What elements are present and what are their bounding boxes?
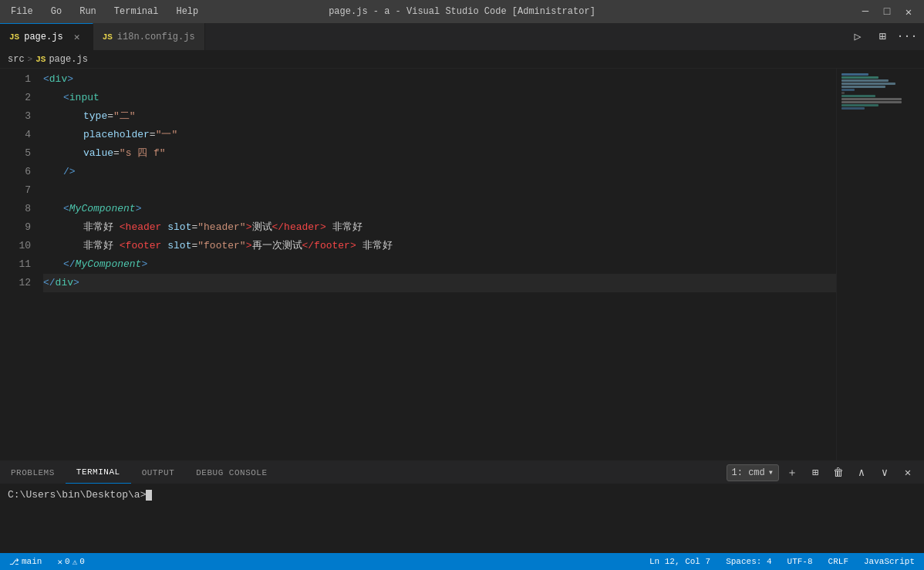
run-button[interactable]: ▷ — [847, 26, 868, 48]
line-num-3: 3 — [0, 107, 31, 126]
eq-slot-2: = — [191, 237, 197, 255]
tab-close-page-js[interactable]: ✕ — [71, 31, 83, 43]
slot-val-1: "header" — [197, 218, 245, 237]
slot-attr-2: slot — [167, 237, 191, 255]
tag-name-input: input — [69, 89, 99, 107]
code-line-5: value="s 四 f" — [43, 144, 836, 163]
menu-file[interactable]: File — [8, 5, 36, 19]
breadcrumb-separator-1: > — [28, 55, 33, 64]
title-bar: File Go Run Terminal Help page.js - a - … — [0, 0, 924, 23]
terminal-instance-select[interactable]: 1: cmd ▾ — [727, 464, 779, 481]
line-num-4: 4 — [0, 126, 31, 144]
attr-placeholder: placeholder — [83, 126, 150, 144]
tag-name-div-1: div — [49, 70, 67, 89]
status-eol[interactable]: CRLF — [825, 557, 851, 566]
more-actions-button[interactable]: ··· — [896, 26, 918, 48]
slot-attr-1: slot — [167, 218, 191, 237]
eq-slot-1: = — [191, 218, 197, 237]
tag-open-div: < — [43, 70, 49, 89]
line-num-9: 9 — [0, 218, 31, 237]
terminal-prompt: C:\Users\bin\Desktop\a> — [8, 489, 146, 501]
menu-help[interactable]: Help — [173, 5, 201, 19]
eq-1: = — [107, 107, 113, 126]
code-line-2: <input — [43, 89, 836, 107]
tab-debug-console[interactable]: DEBUG CONSOLE — [185, 461, 278, 484]
terminal-cursor — [146, 490, 152, 501]
js-icon-2: JS — [103, 32, 113, 42]
code-line-8: <MyComponent> — [43, 200, 836, 218]
breadcrumb-file-icon: JS — [35, 55, 46, 64]
tabs-bar: JS page.js ✕ JS i18n.config.js ▷ ⊞ ··· — [0, 23, 924, 50]
maximize-button[interactable]: □ — [879, 4, 895, 19]
code-line-4: placeholder="一" — [43, 126, 836, 144]
header-tag-close: > — [246, 218, 252, 237]
dropdown-arrow-icon: ▾ — [768, 467, 774, 478]
header-tag-open: <header — [120, 218, 167, 237]
status-left: ⎇ main ✕ 0 ⚠ 0 — [6, 557, 88, 567]
tab-terminal[interactable]: TERMINAL — [66, 461, 131, 484]
warning-count: 0 — [79, 557, 85, 566]
tab-page-js[interactable]: JS page.js ✕ — [0, 23, 93, 50]
status-errors[interactable]: ✕ 0 ⚠ 0 — [54, 557, 87, 567]
status-spaces[interactable]: Spaces: 4 — [723, 557, 774, 566]
status-line-col[interactable]: Ln 12, Col 7 — [646, 557, 713, 566]
mycomponent-tag: MyComponent — [69, 200, 136, 218]
status-language[interactable]: JavaScript — [861, 557, 918, 566]
menu-go[interactable]: Go — [48, 5, 65, 19]
status-encoding[interactable]: UTF-8 — [784, 557, 816, 566]
text-10-2: 再一次测试 — [252, 237, 302, 255]
status-branch[interactable]: ⎇ main — [6, 557, 45, 567]
tab-output[interactable]: OUTPUT — [131, 461, 186, 484]
code-line-6: /> — [43, 163, 836, 181]
tag-open-mycomp: < — [63, 200, 69, 218]
panel-scroll-up[interactable]: ∧ — [851, 463, 872, 483]
close-panel-button[interactable]: ✕ — [898, 463, 918, 483]
mycomp-close-end: > — [141, 255, 147, 274]
tabs-actions: ▷ ⊞ ··· — [847, 23, 924, 50]
self-close-slash: /> — [63, 163, 76, 181]
eq-2: = — [150, 126, 156, 144]
title-bar-left: File Go Run Terminal Help — [8, 5, 201, 19]
menu-terminal[interactable]: Terminal — [111, 5, 162, 19]
status-bar: ⎇ main ✕ 0 ⚠ 0 Ln 12, Col 7 Spaces: 4 UT… — [0, 553, 924, 570]
code-line-10: 非常好 <footer slot="footer">再一次测试</footer>… — [43, 237, 836, 255]
code-editor[interactable]: <div> <input type="二" placeholder="一" — [37, 69, 836, 460]
spaces-text: Spaces: 4 — [726, 557, 771, 566]
breadcrumb-filename[interactable]: page.js — [49, 54, 87, 65]
minimize-button[interactable]: ─ — [858, 4, 873, 19]
branch-name: main — [22, 557, 42, 566]
line-num-11: 11 — [0, 255, 31, 274]
menu-run[interactable]: Run — [76, 5, 99, 19]
footer-tag-open: <footer — [120, 237, 167, 255]
code-line-3: type="二" — [43, 107, 836, 126]
menu-bar: File Go Run Terminal Help — [8, 5, 201, 19]
line-num-12: 12 — [0, 274, 31, 292]
line-num-7: 7 — [0, 181, 31, 200]
minimap — [836, 69, 913, 460]
terminal-content[interactable]: C:\Users\bin\Desktop\a> — [0, 484, 924, 553]
close-button[interactable]: ✕ — [901, 4, 916, 19]
new-terminal-button[interactable]: ＋ — [782, 463, 802, 483]
line-num-5: 5 — [0, 144, 31, 163]
line-col-text: Ln 12, Col 7 — [649, 557, 710, 566]
text-9-2: 测试 — [252, 218, 272, 237]
tab-i18n-config[interactable]: JS i18n.config.js — [93, 23, 205, 50]
kill-terminal-button[interactable]: 🗑 — [828, 463, 848, 483]
slot-val-2: "footer" — [197, 237, 245, 255]
split-editor-button[interactable]: ⊞ — [872, 26, 893, 48]
footer-end-tag: </footer> — [302, 237, 356, 255]
line-num-10: 10 — [0, 237, 31, 255]
code-line-1: <div> — [43, 70, 836, 89]
editor-area: 1 2 3 4 5 6 7 8 9 10 11 12 <div> <input — [0, 69, 924, 460]
line-numbers: 1 2 3 4 5 6 7 8 9 10 11 12 — [0, 69, 37, 460]
panel-tabs-bar: PROBLEMS TERMINAL OUTPUT DEBUG CONSOLE 1… — [0, 461, 924, 484]
panel-scroll-down[interactable]: ∨ — [875, 463, 895, 483]
code-line-9: 非常好 <header slot="header">测试</header> 非常… — [43, 218, 836, 237]
mycomp-close-name: MyComponent — [76, 255, 142, 274]
error-count: 0 — [65, 557, 70, 566]
tab-problems[interactable]: PROBLEMS — [0, 461, 66, 484]
split-terminal-button[interactable]: ⊞ — [805, 463, 825, 483]
footer-tag-close: > — [246, 237, 252, 255]
vertical-scrollbar[interactable] — [913, 69, 924, 460]
breadcrumb-src[interactable]: src — [8, 54, 25, 65]
